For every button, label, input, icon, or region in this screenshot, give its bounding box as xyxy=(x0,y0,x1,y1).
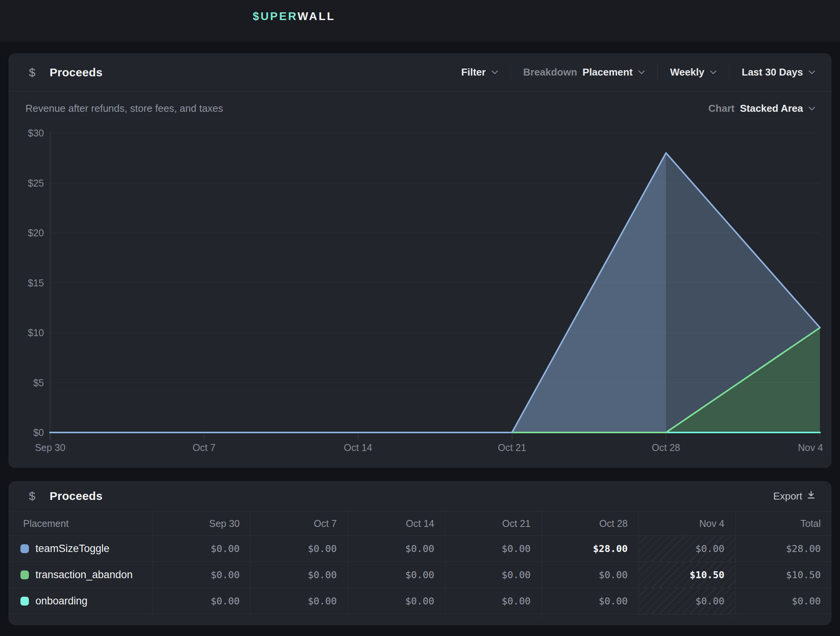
page: $UPERWALL $ Proceeds Filter Breakdown Pl… xyxy=(0,0,840,636)
chevron-down-icon xyxy=(491,70,498,74)
chevron-down-icon xyxy=(808,106,815,111)
column-header-placement: Placement xyxy=(8,511,153,536)
value-cell: $0.00 xyxy=(638,588,735,614)
divider xyxy=(729,64,729,81)
breakdown-label: Breakdown xyxy=(523,66,577,78)
value-cell: $0.00 xyxy=(250,536,348,562)
stacked-area-chart[interactable]: $30$25$20$15$10$5$0Sep 30Oct 7Oct 14Oct … xyxy=(8,53,832,468)
value-cell: $0.00 xyxy=(348,588,445,614)
value-cell: $0.00 xyxy=(250,588,348,614)
divider xyxy=(657,64,658,81)
series-color-swatch xyxy=(20,544,29,553)
value-cell: $0.00 xyxy=(348,536,445,562)
table-header-row: PlacementSep 30Oct 7Oct 14Oct 21Oct 28No… xyxy=(8,511,832,536)
svg-text:$0: $0 xyxy=(33,427,44,438)
chart-card-header: $ Proceeds Filter Breakdown Placement We… xyxy=(8,53,832,92)
date-range-value: Last 30 Days xyxy=(742,66,803,78)
export-button[interactable]: Export xyxy=(773,490,815,502)
filter-button[interactable]: Filter xyxy=(461,66,498,78)
value-cell: $28.00 xyxy=(735,536,832,562)
svg-text:Oct 21: Oct 21 xyxy=(498,442,526,453)
superwall-logo[interactable]: $UPERWALL xyxy=(253,10,335,23)
svg-text:Oct 14: Oct 14 xyxy=(344,442,372,453)
value-cell: $0.00 xyxy=(153,562,250,588)
date-range-select[interactable]: Last 30 Days xyxy=(742,66,815,78)
svg-text:Nov 4: Nov 4 xyxy=(798,442,823,453)
interval-value: Weekly xyxy=(670,66,704,78)
svg-text:$15: $15 xyxy=(28,278,44,288)
placement-label: transaction_abandon xyxy=(35,569,133,581)
value-cell: $0.00 xyxy=(541,588,638,614)
series-color-swatch xyxy=(20,597,29,606)
chevron-down-icon xyxy=(638,70,645,74)
placement-name-cell: onboarding xyxy=(8,588,153,614)
table-card-title: Proceeds xyxy=(50,490,102,503)
proceeds-table-card: $ Proceeds Export PlacementSep 30Oct 7Oc… xyxy=(8,481,832,625)
breakdown-select[interactable]: Breakdown Placement xyxy=(523,66,645,78)
top-nav-bar: $UPERWALL xyxy=(0,0,840,42)
value-cell: $0.00 xyxy=(153,588,250,614)
chart-type-value: Stacked Area xyxy=(740,103,803,114)
column-header-oct-14: Oct 14 xyxy=(348,511,445,536)
dollar-icon: $ xyxy=(29,66,35,79)
value-cell: $0.00 xyxy=(638,536,735,562)
series-color-swatch xyxy=(20,570,29,579)
placement-name-cell: teamSizeToggle xyxy=(8,536,153,562)
table-body: teamSizeToggle$0.00$0.00$0.00$0.00$28.00… xyxy=(8,536,832,614)
value-cell: $10.50 xyxy=(638,562,735,588)
column-header-nov-4: Nov 4 xyxy=(638,511,735,536)
value-cell: $0.00 xyxy=(735,588,832,614)
value-cell: $0.00 xyxy=(445,562,541,588)
chart-subheader: Revenue after refunds, store fees, and t… xyxy=(8,92,832,114)
download-icon xyxy=(807,490,815,502)
value-cell: $28.00 xyxy=(541,536,638,562)
chart-controls: Filter Breakdown Placement Weekly Last 3… xyxy=(461,64,815,81)
dollar-icon: $ xyxy=(29,490,35,503)
chart-type-select[interactable]: Chart Stacked Area xyxy=(708,103,815,114)
chart-type-label: Chart xyxy=(708,103,734,114)
column-header-sep-30: Sep 30 xyxy=(153,511,250,536)
value-cell: $0.00 xyxy=(250,562,348,588)
column-header-oct-7: Oct 7 xyxy=(250,511,348,536)
logo-rest: WALL xyxy=(297,10,335,22)
chevron-down-icon xyxy=(710,70,717,74)
logo-accent: $UPER xyxy=(253,10,297,22)
svg-text:Oct 28: Oct 28 xyxy=(652,442,680,453)
breakdown-value: Placement xyxy=(583,66,633,78)
divider xyxy=(511,64,511,81)
filter-label: Filter xyxy=(461,66,486,78)
interval-select[interactable]: Weekly xyxy=(670,66,717,78)
svg-text:$5: $5 xyxy=(33,377,44,388)
chart-subtitle: Revenue after refunds, store fees, and t… xyxy=(25,103,223,114)
table-row-transaction_abandon: transaction_abandon$0.00$0.00$0.00$0.00$… xyxy=(8,562,832,588)
column-header-oct-21: Oct 21 xyxy=(445,511,541,536)
svg-text:$30: $30 xyxy=(28,128,44,138)
svg-text:$25: $25 xyxy=(28,178,44,188)
value-cell: $10.50 xyxy=(735,562,832,588)
svg-text:$10: $10 xyxy=(28,327,44,338)
placement-label: onboarding xyxy=(35,595,87,607)
value-cell: $0.00 xyxy=(445,536,541,562)
proceeds-chart-card: $ Proceeds Filter Breakdown Placement We… xyxy=(8,53,832,468)
table-row-onboarding: onboarding$0.00$0.00$0.00$0.00$0.00$0.00… xyxy=(8,588,832,614)
column-header-total: Total xyxy=(735,511,832,536)
value-cell: $0.00 xyxy=(445,588,541,614)
chart-card-title: Proceeds xyxy=(50,66,102,79)
svg-text:$20: $20 xyxy=(28,227,44,238)
value-cell: $0.00 xyxy=(348,562,445,588)
column-header-oct-28: Oct 28 xyxy=(541,511,638,536)
export-label: Export xyxy=(773,490,802,502)
table-row-teamSizeToggle: teamSizeToggle$0.00$0.00$0.00$0.00$28.00… xyxy=(8,536,832,562)
placement-name-cell: transaction_abandon xyxy=(8,562,153,588)
value-cell: $0.00 xyxy=(153,536,250,562)
svg-text:Sep 30: Sep 30 xyxy=(35,442,65,453)
table-card-header: $ Proceeds Export xyxy=(8,481,832,511)
placement-label: teamSizeToggle xyxy=(35,543,109,555)
svg-text:Oct 7: Oct 7 xyxy=(193,442,216,453)
value-cell: $0.00 xyxy=(541,562,638,588)
chevron-down-icon xyxy=(808,70,815,74)
